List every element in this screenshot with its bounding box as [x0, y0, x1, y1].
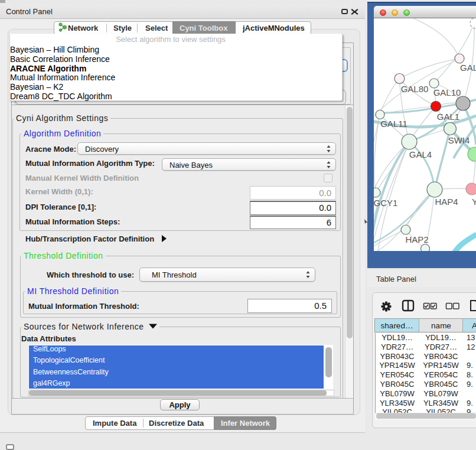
svg-text:GAL80: GAL80 [401, 84, 429, 94]
svg-text:GAL7: GAL7 [460, 63, 476, 73]
svg-text:GAL4: GAL4 [409, 149, 432, 159]
svg-text:HAP4: HAP4 [435, 197, 458, 207]
svg-text:GCY1: GCY1 [374, 198, 397, 208]
svg-text:GAL11: GAL11 [380, 119, 407, 129]
svg-text:GAL1: GAL1 [437, 112, 459, 122]
svg-text:HAP2: HAP2 [405, 234, 428, 244]
svg-text:YJ: YJ [472, 197, 476, 207]
svg-text:SWI4: SWI4 [448, 135, 470, 145]
svg-text:GAL10: GAL10 [433, 87, 461, 97]
